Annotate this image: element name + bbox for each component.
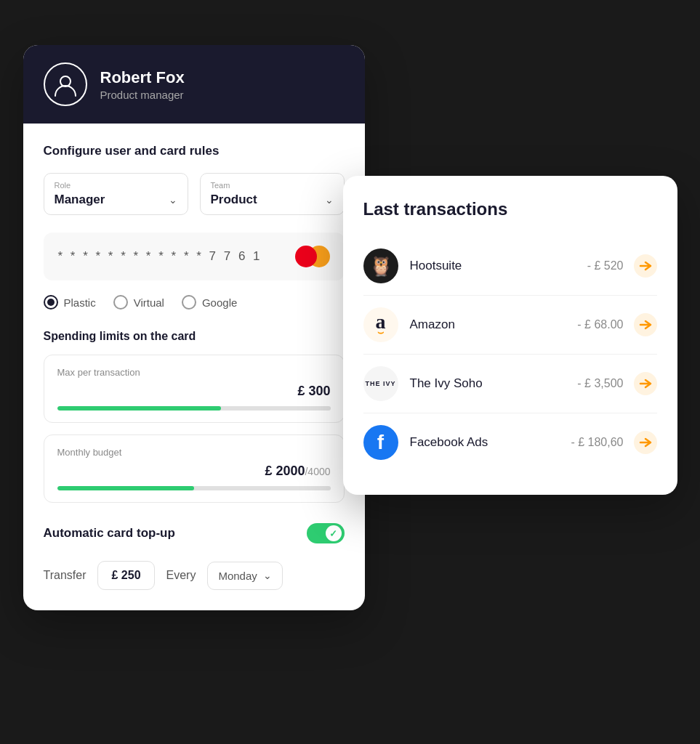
hootsuite-link-icon[interactable] xyxy=(634,254,657,278)
monthly-budget-value: £ 2000/4000 xyxy=(265,464,330,479)
topup-toggle[interactable]: ✓ xyxy=(307,523,345,543)
every-label: Every xyxy=(166,569,196,582)
facebook-name: Facebook Ads xyxy=(410,435,571,450)
topup-row: Automatic card top-up ✓ xyxy=(44,523,345,543)
hootsuite-icon: 🦉 xyxy=(369,255,393,278)
mastercard-icon xyxy=(295,246,330,267)
avatar xyxy=(44,62,87,106)
ivy-link-icon[interactable] xyxy=(634,372,657,395)
mc-red-circle xyxy=(295,246,317,267)
transaction-ivy: THE IVY The Ivy Soho - £ 3,500 xyxy=(363,355,657,413)
check-icon: ✓ xyxy=(329,528,337,539)
virtual-radio-outer xyxy=(113,295,128,310)
amazon-arrow-icon: ⌣ xyxy=(377,326,384,339)
card-number: * * * * * * * * * * * * 7 7 6 1 xyxy=(58,249,262,264)
toggle-knob: ✓ xyxy=(326,525,342,541)
amazon-logo: a ⌣ xyxy=(363,307,398,342)
user-name: Robert Fox xyxy=(100,68,185,87)
plastic-label: Plastic xyxy=(64,296,96,309)
hootsuite-logo: 🦉 xyxy=(363,248,398,283)
hootsuite-name: Hootsuite xyxy=(410,259,587,273)
dropdowns-row: Role Manager ⌄ Team Product ⌄ xyxy=(44,173,345,215)
team-dropdown[interactable]: Team Product ⌄ xyxy=(200,173,345,215)
left-card: Robert Fox Product manager Configure use… xyxy=(23,45,365,610)
role-value: Manager xyxy=(55,193,105,207)
team-value: Product xyxy=(211,193,257,207)
role-label: Role xyxy=(55,181,177,190)
facebook-logo: f xyxy=(363,425,398,460)
max-transaction-value-row: £ 300 xyxy=(57,384,331,399)
role-chevron-icon: ⌄ xyxy=(169,194,177,206)
google-radio-outer xyxy=(182,295,196,310)
plastic-radio-inner xyxy=(47,299,55,306)
transfer-row: Transfer £ 250 Every Monday ⌄ xyxy=(44,561,345,590)
amazon-amount: - £ 68.00 xyxy=(577,318,623,331)
ivy-logo: THE IVY xyxy=(363,366,398,401)
virtual-radio[interactable]: Virtual xyxy=(113,295,164,310)
card-number-row: * * * * * * * * * * * * 7 7 6 1 xyxy=(44,232,345,280)
google-radio[interactable]: Google xyxy=(182,295,237,310)
monthly-budget-value-row: £ 2000/4000 xyxy=(57,464,331,479)
monthly-budget-progress-fill xyxy=(57,486,194,490)
max-transaction-label: Max per transaction xyxy=(57,367,331,378)
monthly-budget-label: Monthly budget xyxy=(57,447,331,458)
amazon-link-icon[interactable] xyxy=(634,313,657,336)
ivy-name: The Ivy Soho xyxy=(410,376,578,391)
header-info: Robert Fox Product manager xyxy=(100,68,185,101)
plastic-radio-outer xyxy=(44,295,58,310)
transactions-title: Last transactions xyxy=(363,199,657,219)
team-chevron-icon: ⌄ xyxy=(325,194,334,206)
monthly-budget-progress-bg xyxy=(57,486,331,490)
day-dropdown[interactable]: Monday ⌄ xyxy=(207,562,282,590)
day-chevron-icon: ⌄ xyxy=(263,570,272,581)
svg-point-0 xyxy=(60,76,71,86)
team-value-row: Product ⌄ xyxy=(211,193,334,207)
virtual-label: Virtual xyxy=(134,296,164,309)
max-transaction-card: Max per transaction £ 300 xyxy=(44,355,345,423)
plastic-radio[interactable]: Plastic xyxy=(44,295,96,310)
transfer-value[interactable]: £ 250 xyxy=(97,561,154,590)
max-transaction-value: £ 300 xyxy=(297,384,330,399)
transfer-label: Transfer xyxy=(44,569,87,582)
card-type-row: Plastic Virtual Google xyxy=(44,295,345,310)
amazon-name: Amazon xyxy=(410,318,578,332)
role-value-row: Manager ⌄ xyxy=(55,193,177,207)
monthly-budget-card: Monthly budget £ 2000/4000 xyxy=(44,434,345,503)
amazon-logo-inner: a ⌣ xyxy=(376,312,386,339)
card-body: Configure user and card rules Role Manag… xyxy=(23,124,365,610)
hootsuite-amount: - £ 520 xyxy=(587,259,624,272)
transaction-amazon: a ⌣ Amazon - £ 68.00 xyxy=(363,296,657,355)
card-header: Robert Fox Product manager xyxy=(23,45,365,124)
right-card: Last transactions 🦉 Hootsuite - £ 520 a … xyxy=(343,176,677,495)
topup-label: Automatic card top-up xyxy=(44,526,175,541)
max-transaction-progress-fill xyxy=(57,406,222,411)
ivy-text-icon: THE IVY xyxy=(365,380,395,387)
user-role: Product manager xyxy=(100,89,185,101)
facebook-amount: - £ 180,60 xyxy=(571,436,623,449)
ivy-amount: - £ 3,500 xyxy=(577,377,623,390)
transaction-hootsuite: 🦉 Hootsuite - £ 520 xyxy=(363,237,657,296)
facebook-link-icon[interactable] xyxy=(634,431,657,454)
transaction-facebook: f Facebook Ads - £ 180,60 xyxy=(363,413,657,472)
max-transaction-progress-bg xyxy=(57,406,331,411)
team-label: Team xyxy=(211,181,334,190)
spending-title: Spending limits on the card xyxy=(44,330,345,343)
role-dropdown[interactable]: Role Manager ⌄ xyxy=(44,173,188,215)
day-value: Monday xyxy=(218,570,257,582)
google-label: Google xyxy=(202,296,237,309)
facebook-f-icon: f xyxy=(377,431,384,454)
configure-title: Configure user and card rules xyxy=(44,144,345,158)
